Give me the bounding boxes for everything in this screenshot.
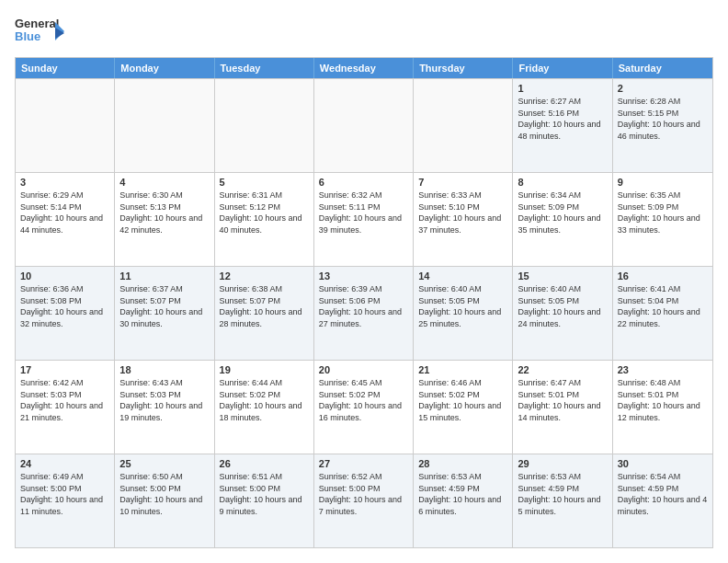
cell-info: Sunrise: 6:31 AM Sunset: 5:12 PM Dayligh…	[220, 190, 309, 236]
day-header-tuesday: Tuesday	[215, 58, 314, 78]
day-number: 7	[418, 177, 507, 188]
day-cell-14: 14Sunrise: 6:40 AM Sunset: 5:05 PM Dayli…	[414, 267, 513, 360]
day-cell-11: 11Sunrise: 6:37 AM Sunset: 5:07 PM Dayli…	[115, 267, 214, 360]
day-number: 8	[518, 177, 607, 188]
day-number: 30	[618, 458, 708, 469]
empty-cell	[314, 79, 414, 172]
day-number: 11	[119, 270, 209, 282]
cell-info: Sunrise: 6:47 AM Sunset: 5:01 PM Dayligh…	[518, 377, 607, 423]
empty-cell	[215, 79, 314, 172]
cell-info: Sunrise: 6:29 AM Sunset: 5:14 PM Dayligh…	[20, 190, 109, 236]
day-header-wednesday: Wednesday	[314, 58, 414, 78]
empty-cell	[16, 79, 115, 172]
calendar-row-1: 3Sunrise: 6:29 AM Sunset: 5:14 PM Daylig…	[16, 172, 712, 266]
day-cell-13: 13Sunrise: 6:39 AM Sunset: 5:06 PM Dayli…	[314, 267, 414, 360]
svg-text:General: General	[15, 17, 59, 30]
day-number: 12	[220, 270, 309, 282]
header: GeneralBlue	[15, 15, 713, 48]
cell-info: Sunrise: 6:40 AM Sunset: 5:05 PM Dayligh…	[418, 283, 507, 329]
day-cell-6: 6Sunrise: 6:32 AM Sunset: 5:11 PM Daylig…	[314, 173, 414, 266]
day-number: 13	[319, 270, 408, 282]
day-number: 24	[20, 458, 109, 469]
cell-info: Sunrise: 6:28 AM Sunset: 5:15 PM Dayligh…	[618, 96, 708, 142]
day-cell-17: 17Sunrise: 6:42 AM Sunset: 5:03 PM Dayli…	[16, 361, 115, 454]
day-number: 3	[20, 177, 109, 188]
day-cell-9: 9Sunrise: 6:35 AM Sunset: 5:09 PM Daylig…	[613, 173, 712, 266]
day-cell-3: 3Sunrise: 6:29 AM Sunset: 5:14 PM Daylig…	[16, 173, 115, 266]
day-number: 5	[220, 177, 309, 188]
day-number: 10	[20, 270, 109, 282]
day-number: 22	[518, 364, 607, 375]
cell-info: Sunrise: 6:27 AM Sunset: 5:16 PM Dayligh…	[518, 96, 607, 142]
day-cell-10: 10Sunrise: 6:36 AM Sunset: 5:08 PM Dayli…	[16, 267, 115, 360]
day-header-sunday: Sunday	[16, 58, 115, 78]
day-number: 27	[319, 458, 408, 469]
day-header-thursday: Thursday	[414, 58, 513, 78]
cell-info: Sunrise: 6:50 AM Sunset: 5:00 PM Dayligh…	[119, 471, 209, 517]
day-cell-24: 24Sunrise: 6:49 AM Sunset: 5:00 PM Dayli…	[16, 454, 115, 547]
day-number: 20	[319, 364, 408, 375]
day-cell-27: 27Sunrise: 6:52 AM Sunset: 5:00 PM Dayli…	[314, 454, 414, 547]
day-cell-1: 1Sunrise: 6:27 AM Sunset: 5:16 PM Daylig…	[513, 79, 612, 172]
empty-cell	[414, 79, 513, 172]
day-number: 17	[20, 364, 109, 375]
day-cell-20: 20Sunrise: 6:45 AM Sunset: 5:02 PM Dayli…	[314, 361, 414, 454]
cell-info: Sunrise: 6:42 AM Sunset: 5:03 PM Dayligh…	[20, 377, 109, 423]
empty-cell	[115, 79, 214, 172]
day-cell-26: 26Sunrise: 6:51 AM Sunset: 5:00 PM Dayli…	[215, 454, 314, 547]
svg-text:Blue: Blue	[15, 29, 40, 43]
logo: GeneralBlue	[15, 15, 70, 48]
day-number: 16	[618, 270, 708, 282]
day-cell-28: 28Sunrise: 6:53 AM Sunset: 4:59 PM Dayli…	[414, 454, 513, 547]
day-number: 19	[220, 364, 309, 375]
cell-info: Sunrise: 6:43 AM Sunset: 5:03 PM Dayligh…	[119, 377, 209, 423]
day-cell-7: 7Sunrise: 6:33 AM Sunset: 5:10 PM Daylig…	[414, 173, 513, 266]
cell-info: Sunrise: 6:34 AM Sunset: 5:09 PM Dayligh…	[518, 190, 607, 236]
day-number: 6	[319, 177, 408, 188]
cell-info: Sunrise: 6:46 AM Sunset: 5:02 PM Dayligh…	[418, 377, 507, 423]
day-number: 14	[418, 270, 507, 282]
day-cell-5: 5Sunrise: 6:31 AM Sunset: 5:12 PM Daylig…	[215, 173, 314, 266]
day-number: 1	[518, 83, 607, 94]
cell-info: Sunrise: 6:33 AM Sunset: 5:10 PM Dayligh…	[418, 190, 507, 236]
cell-info: Sunrise: 6:30 AM Sunset: 5:13 PM Dayligh…	[119, 190, 209, 236]
cell-info: Sunrise: 6:35 AM Sunset: 5:09 PM Dayligh…	[618, 190, 708, 236]
day-cell-2: 2Sunrise: 6:28 AM Sunset: 5:15 PM Daylig…	[613, 79, 712, 172]
cell-info: Sunrise: 6:52 AM Sunset: 5:00 PM Dayligh…	[319, 471, 408, 517]
day-cell-29: 29Sunrise: 6:53 AM Sunset: 4:59 PM Dayli…	[513, 454, 612, 547]
day-cell-4: 4Sunrise: 6:30 AM Sunset: 5:13 PM Daylig…	[115, 173, 214, 266]
day-number: 29	[518, 458, 607, 469]
calendar-header: SundayMondayTuesdayWednesdayThursdayFrid…	[16, 58, 712, 78]
cell-info: Sunrise: 6:40 AM Sunset: 5:05 PM Dayligh…	[518, 283, 607, 329]
day-cell-15: 15Sunrise: 6:40 AM Sunset: 5:05 PM Dayli…	[513, 267, 612, 360]
cell-info: Sunrise: 6:38 AM Sunset: 5:07 PM Dayligh…	[220, 283, 309, 329]
day-number: 18	[119, 364, 209, 375]
cell-info: Sunrise: 6:53 AM Sunset: 4:59 PM Dayligh…	[418, 471, 507, 517]
day-cell-16: 16Sunrise: 6:41 AM Sunset: 5:04 PM Dayli…	[613, 267, 712, 360]
cell-info: Sunrise: 6:45 AM Sunset: 5:02 PM Dayligh…	[319, 377, 408, 423]
day-number: 21	[418, 364, 507, 375]
day-number: 4	[119, 177, 209, 188]
day-cell-21: 21Sunrise: 6:46 AM Sunset: 5:02 PM Dayli…	[414, 361, 513, 454]
day-header-friday: Friday	[513, 58, 612, 78]
cell-info: Sunrise: 6:48 AM Sunset: 5:01 PM Dayligh…	[618, 377, 708, 423]
cell-info: Sunrise: 6:53 AM Sunset: 4:59 PM Dayligh…	[518, 471, 607, 517]
day-number: 15	[518, 270, 607, 282]
day-cell-23: 23Sunrise: 6:48 AM Sunset: 5:01 PM Dayli…	[613, 361, 712, 454]
cell-info: Sunrise: 6:44 AM Sunset: 5:02 PM Dayligh…	[220, 377, 309, 423]
day-number: 9	[618, 177, 708, 188]
cell-info: Sunrise: 6:54 AM Sunset: 4:59 PM Dayligh…	[618, 471, 708, 517]
page: GeneralBlue SundayMondayTuesdayWednesday…	[0, 0, 728, 563]
day-header-saturday: Saturday	[613, 58, 712, 78]
cell-info: Sunrise: 6:37 AM Sunset: 5:07 PM Dayligh…	[119, 283, 209, 329]
calendar-body: 1Sunrise: 6:27 AM Sunset: 5:16 PM Daylig…	[16, 78, 712, 547]
logo-svg: GeneralBlue	[15, 15, 70, 48]
day-number: 26	[220, 458, 309, 469]
day-header-monday: Monday	[115, 58, 214, 78]
cell-info: Sunrise: 6:51 AM Sunset: 5:00 PM Dayligh…	[220, 471, 309, 517]
day-cell-12: 12Sunrise: 6:38 AM Sunset: 5:07 PM Dayli…	[215, 267, 314, 360]
cell-info: Sunrise: 6:41 AM Sunset: 5:04 PM Dayligh…	[618, 283, 708, 329]
cell-info: Sunrise: 6:49 AM Sunset: 5:00 PM Dayligh…	[20, 471, 109, 517]
day-cell-8: 8Sunrise: 6:34 AM Sunset: 5:09 PM Daylig…	[513, 173, 612, 266]
calendar-row-0: 1Sunrise: 6:27 AM Sunset: 5:16 PM Daylig…	[16, 78, 712, 172]
